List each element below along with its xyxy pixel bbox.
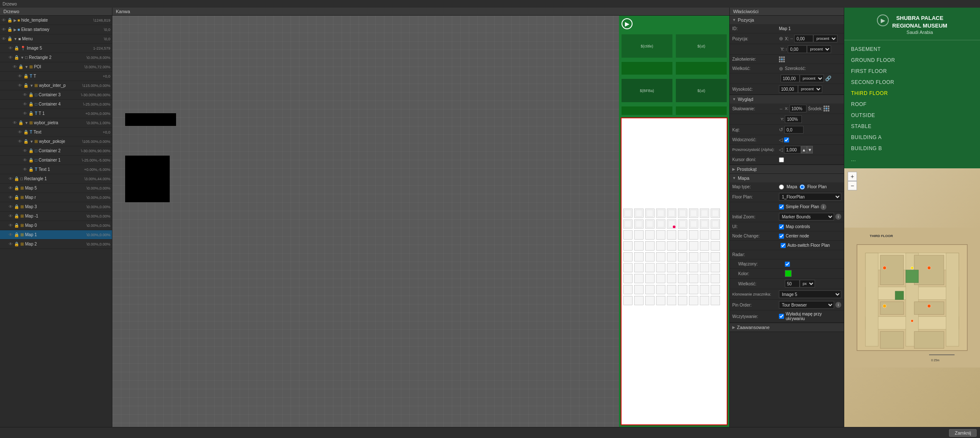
lock-icon: 🔒: [18, 120, 23, 125]
center-grid[interactable]: [823, 106, 829, 112]
grid-dot: [783, 59, 785, 60]
zoom-out-button[interactable]: −: [848, 181, 857, 190]
tree-item[interactable]: 👁 🔒 ⊞ Map -1 \0.00%,0.00%: [0, 212, 112, 221]
scale-y-input[interactable]: [785, 115, 802, 123]
height-unit-select[interactable]: procent px: [798, 85, 822, 93]
grid-dot: [781, 59, 783, 60]
tree-item[interactable]: 👁 🔒 □ Rectangle 1 \3.00%,44.00%: [0, 174, 112, 184]
height-input[interactable]: [779, 85, 798, 93]
eye-icon: 👁: [23, 102, 27, 106]
visibility-checkbox[interactable]: [784, 137, 789, 142]
zoom-in-button[interactable]: +: [848, 172, 857, 181]
appearance-section-header[interactable]: ▼ Wygląd: [730, 95, 844, 103]
initial-zoom-info-icon[interactable]: i: [835, 214, 841, 220]
width-unit-select[interactable]: procent px: [800, 75, 824, 82]
y-input[interactable]: [788, 45, 807, 53]
museum-name-1: SHUBRA PALACE: [892, 14, 947, 22]
tree-item[interactable]: 👁 🔒 □ Container 2 \-30.00%,90.00%: [0, 146, 112, 156]
tree-item[interactable]: 👁 🔒 ▼ ⊞ wybor_inter_p \115.00%,0.00%: [0, 81, 112, 90]
tree-item[interactable]: 👁 🔒 ▶ ■ Ekran startowy \0,0: [0, 25, 112, 34]
tree-item[interactable]: 👁 🔒 T T 1 +0.00%,0.00%: [0, 109, 112, 118]
load-checkbox[interactable]: [779, 314, 784, 319]
floor-item-more[interactable]: ...: [844, 154, 980, 165]
floor-list: BASEMENT GROUND FLOOR FIRST FLOOR SECOND…: [844, 40, 980, 168]
ui-checkbox[interactable]: [779, 224, 784, 229]
tree-item[interactable]: 👁 🔒 ⊞ Map r \0.00%,0.00%: [0, 193, 112, 202]
position-section-header[interactable]: ▼ Pozycja: [730, 16, 844, 24]
position-anchor-icon[interactable]: ⊕: [779, 36, 783, 42]
tree-item[interactable]: 👁 🔒 □ Container 4 \-25.00%,0.00%: [0, 100, 112, 109]
tree-item[interactable]: 👁 🔒 ▼ ⊞ POI \3.00%,72.00%: [0, 62, 112, 72]
alpha-stepper-up[interactable]: ▲: [801, 146, 807, 153]
tree-item[interactable]: 👁 🔒 ▼ ⊞ wybor_pokoje \105.00%,0.00%: [0, 137, 112, 146]
svg-rect-96: [689, 296, 698, 305]
tree-item[interactable]: 👁 🔒 T Text 1 +0.00%,-5.00%: [0, 165, 112, 174]
floor-item-ground[interactable]: GROUND FLOOR: [844, 55, 980, 66]
alpha-stepper-down[interactable]: ▼: [807, 146, 813, 153]
tree-item[interactable]: 👁 🔒 ▼ ■ Menu \0,0: [0, 34, 112, 44]
floor-item-basement[interactable]: BASEMENT: [844, 44, 980, 55]
radar-size-unit[interactable]: px: [800, 280, 815, 287]
advanced-section-header[interactable]: ▶ Zaawansowane: [730, 323, 844, 332]
y-unit-select[interactable]: procent px: [807, 45, 831, 53]
radar-color-swatch[interactable]: [785, 270, 792, 277]
map-icon: ⊞: [20, 242, 24, 246]
simple-floor-plan-checkbox[interactable]: [779, 204, 784, 209]
size-anchor-icon[interactable]: ⊕: [779, 66, 783, 72]
x-unit-select[interactable]: procent px: [813, 35, 837, 42]
tree-item[interactable]: 👁 🔒 ⊞ Map 3 \0.00%,0.00%: [0, 202, 112, 212]
floor-item-building-b[interactable]: BUILDING B: [844, 143, 980, 154]
floor-item-first[interactable]: FIRST FLOOR: [844, 66, 980, 77]
map-type-options: Mapa Floor Plan: [779, 184, 827, 190]
lock-icon: 🔒: [7, 27, 12, 32]
auto-switch-checkbox[interactable]: [781, 243, 786, 248]
floor-plan-select[interactable]: 1_FloorPlan: [779, 193, 841, 201]
tree-item[interactable]: 👁 🔒 ▼ □ Rectangle 2 \0.00%,8.00%: [0, 53, 112, 62]
simple-floor-info-icon[interactable]: i: [820, 204, 826, 210]
rect-icon: ■: [18, 36, 21, 41]
pin-order-select[interactable]: Tour Browser: [779, 301, 834, 309]
close-button[interactable]: Zamknij: [949, 429, 977, 437]
angle-input[interactable]: [784, 126, 804, 134]
tree-item[interactable]: 👁 🔒 T T +0,0: [0, 72, 112, 81]
floor-item-third[interactable]: THIRD FLOOR: [844, 88, 980, 99]
floor-item-building-a[interactable]: BUILDING A: [844, 132, 980, 143]
x-input[interactable]: [794, 35, 813, 42]
tree-item[interactable]: 👁 🔒 📍 Image 5 1-224,579: [0, 44, 112, 53]
nav-circle-button[interactable]: ▶: [622, 18, 633, 29]
map-section-header[interactable]: ▼ Mapa: [730, 174, 844, 182]
map-type-floor-radio[interactable]: [800, 184, 805, 190]
tree-item[interactable]: 👁 🔒 ▶ ■ hide_template \1246,819: [0, 16, 112, 25]
radar-size-input[interactable]: [785, 280, 800, 287]
node-change-checkbox[interactable]: [779, 234, 784, 239]
canvas-area[interactable]: ▶ $(ctitle) $(ut): [112, 16, 729, 427]
tree-item[interactable]: 👁 🔒 □ Container 1 \-25.00%,-5.00%: [0, 156, 112, 165]
tree-item[interactable]: 👁 🔒 ⊞ Map 2 \0.00%,0.00%: [0, 240, 112, 249]
tree-item[interactable]: 👁 🔒 □ Container 3 \-30.00%,80.00%: [0, 90, 112, 100]
floor-item-stable[interactable]: STABLE: [844, 121, 980, 132]
floor-item-outside[interactable]: OUTSIDE: [844, 110, 980, 121]
cell-ut-label: $(ut): [697, 44, 706, 48]
floor-item-roof[interactable]: ROOF: [844, 99, 980, 110]
scale-x-input[interactable]: [790, 105, 806, 112]
clone-select[interactable]: Image 5: [779, 290, 841, 298]
width-input[interactable]: [781, 75, 800, 82]
y-label: Y:: [781, 47, 784, 52]
tree-item[interactable]: 👁 🔒 ⊞ Map 5 \0.00%,0.00%: [0, 184, 112, 193]
map-type-mapa-radio[interactable]: [779, 184, 784, 190]
radar-enabled-checkbox[interactable]: [785, 262, 790, 267]
tree-item[interactable]: 👁 🔒 ⊞ Map 0 \0.00%,0.00%: [0, 221, 112, 230]
item-value: +0,0: [103, 130, 110, 134]
floor-item-second[interactable]: SECOND FLOOR: [844, 77, 980, 88]
museum-nav-icon-left[interactable]: ▶: [877, 14, 889, 26]
tree-content[interactable]: 👁 🔒 ▶ ■ hide_template \1246,819 👁 🔒 ▶ ■ …: [0, 16, 112, 427]
anchor-grid[interactable]: [779, 56, 785, 62]
alpha-input[interactable]: [784, 146, 801, 153]
pin-order-info-icon[interactable]: i: [835, 302, 841, 308]
tree-item[interactable]: 👁 🔒 ▼ ⊞ wybor_pietra \3.00%,1.00%: [0, 118, 112, 128]
tree-item-map1[interactable]: 👁 🔒 ⊞ Map 1 \0.00%,0.00%: [0, 230, 112, 240]
rectangle-section-header[interactable]: ▶ Prostokąt: [730, 165, 844, 173]
cursor-checkbox[interactable]: [779, 157, 784, 162]
tree-item[interactable]: 👁 🔒 T Text +0,0: [0, 128, 112, 137]
initial-zoom-select[interactable]: Marker Bounds: [779, 213, 834, 220]
